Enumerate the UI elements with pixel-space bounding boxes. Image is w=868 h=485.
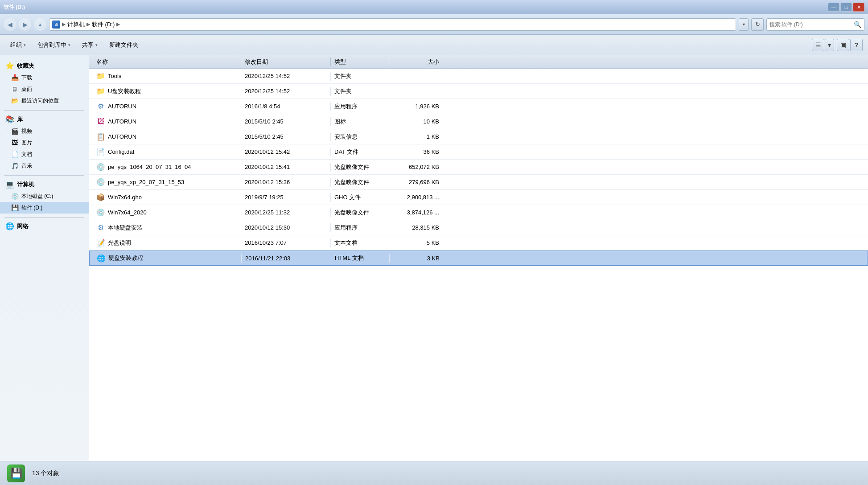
sidebar-section-library-header[interactable]: 📚 库 xyxy=(0,113,89,125)
table-row[interactable]: 💿 pe_yqs_xp_20_07_31_15_53 2020/10/12 15… xyxy=(89,175,868,190)
table-row[interactable]: 📝 光盘说明 2016/10/23 7:07 文本文档 5 KB xyxy=(89,235,868,251)
file-size-cell xyxy=(389,90,443,93)
help-button[interactable]: ? xyxy=(850,39,863,51)
file-date-cell: 2020/10/12 15:30 xyxy=(241,222,330,233)
file-date-cell: 2020/12/25 14:52 xyxy=(241,71,330,81)
breadcrumb-sep-2: ▶ xyxy=(86,21,90,27)
file-type-cell: 光盘映像文件 xyxy=(331,207,389,218)
sidebar-section-computer: 💻 计算机 💿 本地磁盘 (C:) 💾 软件 (D:) xyxy=(0,178,89,214)
organize-button[interactable]: 组织 ▾ xyxy=(5,39,31,51)
sidebar-section-computer-header[interactable]: 💻 计算机 xyxy=(0,178,89,190)
search-input[interactable] xyxy=(769,21,854,28)
sidebar-item-picture[interactable]: 🖼 图片 xyxy=(0,137,89,148)
file-type-cell: GHO 文件 xyxy=(331,192,389,203)
share-label: 共享 xyxy=(82,41,94,49)
table-row[interactable]: ⚙ 本地硬盘安装 2020/10/12 15:30 应用程序 28,315 KB xyxy=(89,220,868,235)
file-date-cell: 2020/12/25 14:52 xyxy=(241,86,330,96)
sidebar-section-favorites: ⭐ 收藏夹 📥 下载 🖥 桌面 📂 最近访问的位置 xyxy=(0,60,89,107)
sidebar-item-drive-c[interactable]: 💿 本地磁盘 (C:) xyxy=(0,190,89,202)
table-row[interactable]: 💿 pe_yqs_1064_20_07_31_16_04 2020/10/12 … xyxy=(89,160,868,175)
recent-icon: 📂 xyxy=(11,97,19,105)
search-box: 🔍 xyxy=(766,18,864,31)
file-type-icon: 💿 xyxy=(96,163,105,172)
view-toggle-button[interactable]: ☰ xyxy=(812,39,824,51)
file-name-text: 本地硬盘安装 xyxy=(108,224,143,232)
sidebar-divider-2 xyxy=(4,175,84,176)
breadcrumb-computer[interactable]: 计算机 xyxy=(67,21,85,29)
file-name-text: pe_yqs_xp_20_07_31_15_53 xyxy=(108,179,184,185)
column-type[interactable]: 类型 xyxy=(331,56,389,68)
table-row[interactable]: 💿 Win7x64_2020 2020/12/25 11:32 光盘映像文件 3… xyxy=(89,205,868,220)
music-label: 音乐 xyxy=(21,162,32,170)
file-name-text: 光盘说明 xyxy=(108,239,131,247)
titlebar: 软件 (D:) — □ ✕ xyxy=(0,0,868,14)
sidebar-item-document[interactable]: 📄 文档 xyxy=(0,148,89,160)
drive-d-icon: 💾 xyxy=(11,204,19,212)
back-button[interactable]: ◀ xyxy=(4,18,16,31)
column-date[interactable]: 修改日期 xyxy=(241,56,330,68)
video-icon: 🎬 xyxy=(11,127,19,135)
music-icon: 🎵 xyxy=(11,162,19,170)
file-type-icon: 💿 xyxy=(96,178,105,187)
minimize-button[interactable]: — xyxy=(828,3,839,12)
column-size[interactable]: 大小 xyxy=(389,56,443,68)
preview-pane-button[interactable]: ▣ xyxy=(837,39,849,51)
file-type-icon: 📦 xyxy=(96,193,105,202)
table-row[interactable]: 🌐 硬盘安装教程 2016/11/21 22:03 HTML 文档 3 KB xyxy=(89,251,868,266)
file-name-cell: ⚙ 本地硬盘安装 xyxy=(89,222,241,234)
video-label: 视频 xyxy=(21,127,32,135)
sidebar-item-music[interactable]: 🎵 音乐 xyxy=(0,160,89,172)
forward-button[interactable]: ▶ xyxy=(19,18,31,31)
address-breadcrumb[interactable]: 🖥 ▶ 计算机 ▶ 软件 (D:) ▶ xyxy=(49,18,736,31)
new-folder-button[interactable]: 新建文件夹 xyxy=(104,39,143,51)
computer-icon: 💻 xyxy=(5,180,14,189)
file-name-cell: 📁 Tools xyxy=(89,70,241,82)
add-to-library-dropdown-icon: ▾ xyxy=(68,43,70,47)
sidebar-item-download[interactable]: 📥 下载 xyxy=(0,72,89,83)
file-type-cell: 安装信息 xyxy=(331,131,389,143)
table-row[interactable]: 📄 Config.dat 2020/10/12 15:42 DAT 文件 36 … xyxy=(89,144,868,160)
sidebar-item-recent[interactable]: 📂 最近访问的位置 xyxy=(0,95,89,107)
sidebar-item-desktop[interactable]: 🖥 桌面 xyxy=(0,83,89,95)
file-type-cell: 文件夹 xyxy=(331,86,389,97)
statusbar-icon: 💾 xyxy=(7,464,25,482)
file-name-cell: 📦 Win7x64.gho xyxy=(89,191,241,204)
file-name-cell: 📝 光盘说明 xyxy=(89,237,241,249)
table-row[interactable]: 📋 AUTORUN 2015/5/10 2:45 安装信息 1 KB xyxy=(89,129,868,144)
file-type-icon: 📝 xyxy=(96,238,105,247)
file-size-cell: 652,072 KB xyxy=(389,162,443,172)
file-name-text: AUTORUN xyxy=(108,133,136,140)
file-type-cell: HTML 文档 xyxy=(331,252,389,264)
breadcrumb-drive[interactable]: 软件 (D:) xyxy=(92,21,115,29)
file-type-icon: ⚙ xyxy=(96,102,105,111)
address-dropdown-button[interactable]: ▾ xyxy=(739,18,749,31)
sidebar-item-drive-d[interactable]: 💾 软件 (D:) xyxy=(0,202,89,214)
table-row[interactable]: 📦 Win7x64.gho 2019/9/7 19:25 GHO 文件 2,90… xyxy=(89,190,868,205)
file-date-cell: 2016/11/21 22:03 xyxy=(242,253,331,263)
maximize-button[interactable]: □ xyxy=(840,3,852,12)
up-button[interactable]: ▲ xyxy=(34,18,46,31)
file-size-cell: 1 KB xyxy=(389,132,443,142)
computer-label: 计算机 xyxy=(17,181,34,189)
sidebar-section-network-header[interactable]: 🌐 网络 xyxy=(0,220,89,232)
table-row[interactable]: ⚙ AUTORUN 2016/1/8 4:54 应用程序 1,926 KB xyxy=(89,99,868,114)
table-row[interactable]: 🖼 AUTORUN 2015/5/10 2:45 图标 10 KB xyxy=(89,114,868,129)
file-size-cell: 2,900,813 ... xyxy=(389,192,443,202)
close-button[interactable]: ✕ xyxy=(853,3,864,12)
column-name[interactable]: 名称 xyxy=(89,56,241,68)
table-row[interactable]: 📁 Tools 2020/12/25 14:52 文件夹 xyxy=(89,69,868,84)
add-to-library-button[interactable]: 包含到库中 ▾ xyxy=(33,39,75,51)
breadcrumb-icon: 🖥 xyxy=(52,21,60,29)
file-name-cell: ⚙ AUTORUN xyxy=(89,100,241,113)
file-date-cell: 2015/5/10 2:45 xyxy=(241,116,330,127)
view-mode-button[interactable]: ▾ xyxy=(825,39,834,51)
search-icon[interactable]: 🔍 xyxy=(854,21,861,28)
sidebar-section-favorites-header[interactable]: ⭐ 收藏夹 xyxy=(0,60,89,72)
share-button[interactable]: 共享 ▾ xyxy=(77,39,103,51)
new-folder-label: 新建文件夹 xyxy=(109,41,138,49)
sidebar-item-video[interactable]: 🎬 视频 xyxy=(0,125,89,137)
table-row[interactable]: 📁 U盘安装教程 2020/12/25 14:52 文件夹 xyxy=(89,84,868,99)
file-type-icon: 🌐 xyxy=(97,254,106,263)
refresh-button[interactable]: ↻ xyxy=(751,18,764,31)
file-type-cell: 文本文档 xyxy=(331,237,389,249)
